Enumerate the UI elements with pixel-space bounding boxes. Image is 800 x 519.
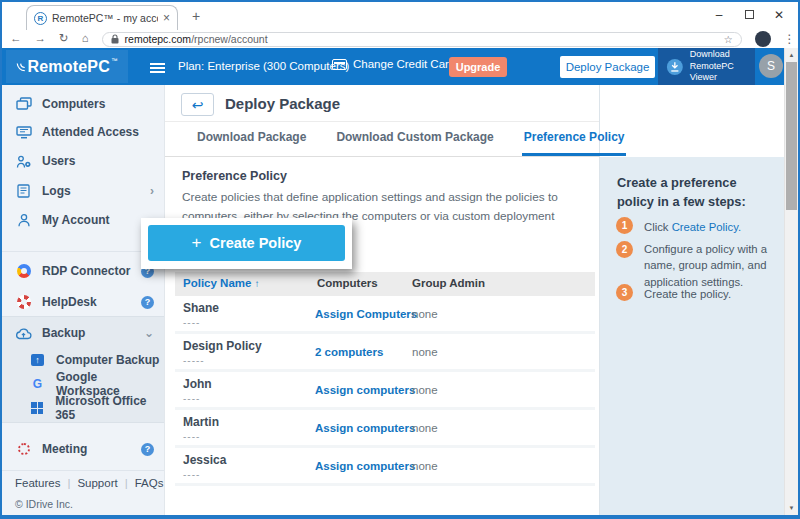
create-policy-highlight: + Create Policy: [141, 218, 352, 269]
sidebar-item-helpdesk[interactable]: HelpDesk ?: [2, 288, 164, 316]
attended-access-icon: [15, 126, 32, 139]
backup-cloud-icon: [15, 327, 32, 340]
window-close-button[interactable]: ✕: [764, 8, 794, 22]
sidebar-item-users[interactable]: Users: [2, 147, 164, 175]
page-scrollbar[interactable]: ▲ ▼: [784, 48, 798, 515]
back-button[interactable]: ↩: [181, 93, 214, 116]
browser-forward-icon[interactable]: →: [35, 33, 47, 45]
new-tab-button[interactable]: +: [192, 8, 200, 24]
create-policy-button[interactable]: + Create Policy: [148, 225, 345, 261]
remotepc-logo[interactable]: RemotePC ™: [6, 50, 128, 83]
address-bar[interactable]: remotepc.com/rpcnew/account ☆: [102, 32, 742, 47]
sidebar-item-microsoft-office-365[interactable]: Microsoft Office 365: [2, 396, 164, 420]
window-minimize-button[interactable]: –: [704, 8, 734, 22]
google-icon: G: [29, 377, 46, 391]
group-admin-value: none: [412, 384, 438, 396]
plus-icon: +: [192, 233, 202, 253]
sidebar: Computers Attended Access Users Logs ›: [2, 85, 165, 515]
footer-link-faqs[interactable]: FAQs: [135, 477, 164, 489]
computer-backup-icon: ↑: [29, 354, 46, 366]
logo-signal-icon: [16, 61, 26, 72]
sidebar-item-backup[interactable]: Backup ⌄: [2, 319, 164, 347]
footer-link-features[interactable]: Features: [15, 477, 60, 489]
deploy-package-button[interactable]: Deploy Package: [560, 56, 655, 78]
help-badge-icon[interactable]: ?: [141, 443, 154, 456]
sidebar-item-attended-access[interactable]: Attended Access: [2, 118, 164, 146]
assign-computers-link[interactable]: Assign Computers: [315, 308, 417, 320]
account-avatar[interactable]: S: [759, 54, 783, 78]
assign-computers-link[interactable]: Assign computers: [315, 422, 415, 434]
sidebar-item-computers[interactable]: Computers: [2, 90, 164, 118]
footer-separator: |: [125, 477, 128, 489]
table-header: Policy Name ↑ Computers Group Admin: [175, 272, 595, 296]
plan-label: Plan: Enterprise (300 Computers): [178, 60, 349, 72]
tab-bar: Download Package Download Custom Package…: [165, 122, 599, 157]
assigned-computers-link[interactable]: 2 computers: [315, 346, 383, 358]
browser-home-icon[interactable]: ⌂: [82, 33, 89, 45]
assign-computers-link[interactable]: Assign computers: [315, 384, 415, 396]
page-content: Computers Attended Access Users Logs ›: [2, 85, 784, 515]
create-policy-label: Create Policy: [210, 235, 302, 251]
change-credit-card-label: Change Credit Card: [353, 58, 455, 70]
users-icon: [15, 155, 32, 168]
create-policy-link[interactable]: Create Policy.: [672, 221, 741, 233]
backup-group: Backup ⌄ ↑ Computer Backup G Google Work…: [2, 316, 164, 423]
scrollbar-down-icon[interactable]: ▼: [785, 502, 798, 514]
sidebar-item-logs[interactable]: Logs ›: [2, 177, 164, 205]
policy-subtext: -----: [183, 355, 205, 366]
url-text: remotepc.com/rpcnew/account: [125, 33, 268, 45]
scrollbar-thumb[interactable]: [786, 62, 797, 210]
window-maximize-button[interactable]: [734, 8, 764, 22]
policy-name: Martin: [183, 415, 219, 429]
maximize-icon: [745, 10, 754, 19]
tab-close-icon[interactable]: ×: [163, 11, 170, 25]
scrollbar-up-icon[interactable]: ▲: [785, 49, 798, 61]
policy-subtext: ----: [183, 469, 200, 480]
policy-subtext: ----: [183, 431, 200, 442]
sidebar-item-meeting[interactable]: Meeting ?: [2, 435, 164, 463]
sidebar-footer: Features | Support | FAQs: [15, 477, 163, 489]
browser-profile-avatar[interactable]: [755, 31, 771, 47]
section-heading: Preference Policy: [182, 169, 287, 183]
column-policy-name[interactable]: Policy Name ↑: [183, 277, 260, 289]
browser-refresh-icon[interactable]: ↻: [59, 33, 69, 45]
sidebar-label: Backup: [42, 326, 85, 340]
sidebar-divider: [2, 251, 164, 252]
chevron-down-icon: ⌄: [144, 326, 154, 340]
sidebar-item-google-workspace[interactable]: G Google Workspace: [2, 372, 164, 396]
browser-menu-icon[interactable]: ⋮: [784, 32, 796, 46]
hamburger-menu-icon[interactable]: [150, 61, 165, 75]
browser-tab[interactable]: R RemotePC™ - my account inform ×: [26, 5, 178, 30]
upgrade-button[interactable]: Upgrade: [449, 57, 507, 77]
help-panel-heading: Create a preference policy in a few step…: [617, 174, 773, 211]
bookmark-star-icon[interactable]: ☆: [724, 34, 733, 45]
download-viewer-button[interactable]: Download RemotePC Viewer: [658, 48, 755, 85]
computers-icon: [15, 97, 32, 111]
helpdesk-icon: [15, 295, 32, 309]
browser-back-icon[interactable]: ←: [10, 33, 22, 45]
sidebar-label: RDP Connector: [42, 264, 130, 278]
credit-card-icon: [332, 59, 347, 70]
step-1-badge: 1: [616, 217, 633, 234]
assign-computers-link[interactable]: Assign computers: [315, 460, 415, 472]
copyright: © IDrive Inc.: [15, 498, 73, 510]
lock-icon: [111, 34, 119, 44]
group-admin-value: none: [412, 460, 438, 472]
policy-name: Shane: [183, 301, 219, 315]
tab-preference-policy[interactable]: Preference Policy: [522, 130, 627, 156]
sidebar-item-rdp-connector[interactable]: RDP Connector ?: [2, 257, 164, 285]
table-row: Jessica ---- Assign computers none: [175, 448, 595, 486]
column-group-admin: Group Admin: [412, 277, 485, 289]
help-badge-icon[interactable]: ?: [141, 296, 154, 309]
footer-link-support[interactable]: Support: [77, 477, 117, 489]
sidebar-item-computer-backup[interactable]: ↑ Computer Backup: [2, 348, 164, 372]
group-admin-value: none: [412, 346, 438, 358]
app-header: RemotePC ™ Plan: Enterprise (300 Compute…: [2, 48, 798, 85]
browser-toolbar: ← → ↻ ⌂ remotepc.com/rpcnew/account ☆ ⋮: [2, 30, 798, 48]
step-1-text: Click Create Policy.: [644, 219, 772, 235]
change-credit-card-button[interactable]: Change Credit Card: [332, 58, 455, 70]
sidebar-item-my-account[interactable]: My Account: [2, 206, 164, 234]
meeting-icon: [15, 443, 32, 455]
tab-download-custom-package[interactable]: Download Custom Package: [334, 130, 495, 156]
tab-download-package[interactable]: Download Package: [195, 130, 308, 156]
